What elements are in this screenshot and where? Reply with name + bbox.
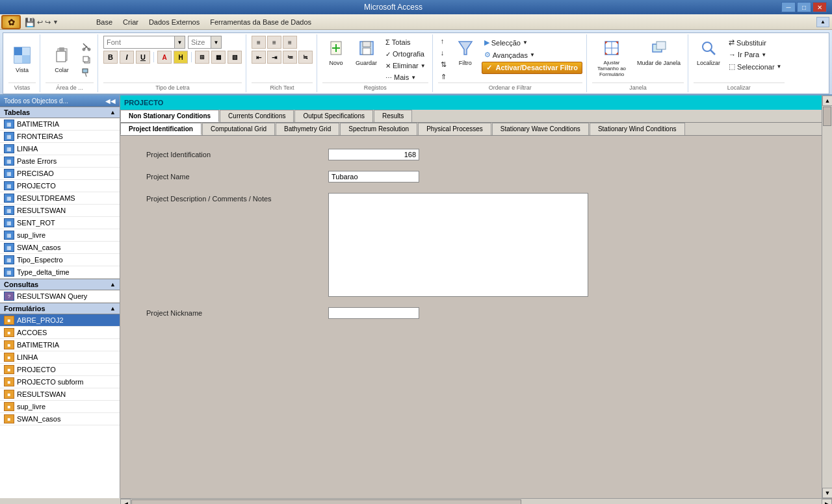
project-id-input[interactable] (328, 149, 419, 160)
seleccao-button[interactable]: ▶ Selecção ▼ (482, 37, 582, 48)
nav-item-form-projecto[interactable]: ■ PROJECTO (0, 364, 120, 376)
font-family-arrow[interactable]: ▼ (175, 36, 185, 49)
highlight-button[interactable]: H (174, 51, 188, 64)
tab-comp-grid[interactable]: Computational Grid (202, 123, 275, 135)
nav-item-accoes[interactable]: ■ ACCOES (0, 327, 120, 339)
minimize-btn[interactable]: ─ (781, 2, 796, 12)
move-up-button[interactable]: ⇑ (438, 71, 449, 82)
close-btn[interactable]: ✕ (812, 2, 827, 12)
eliminar-button[interactable]: ✕ Eliminar ▼ (383, 60, 428, 71)
novo-button[interactable]: Novo (322, 36, 350, 68)
scroll-left-btn[interactable]: ◀ (120, 499, 131, 504)
nav-item-tipo-espectro[interactable]: ▦ Tipo_Espectro (0, 254, 120, 266)
list-btn[interactable]: ≔ (283, 51, 297, 64)
nav-item-paste-errors[interactable]: ▦ Paste Errors (0, 155, 120, 168)
tab-project-id[interactable]: Project Identification (120, 123, 202, 135)
ortografia-button[interactable]: ✓ Ortografia (383, 49, 428, 59)
nav-scroll-area[interactable]: Tabelas ▲ ▦ BATIMETRIA ▦ FRONTEIRAS ▦ LI… (0, 107, 120, 425)
activar-button[interactable]: ✓ Activar/Desactivar Filtro (482, 62, 582, 74)
scroll-up-btn[interactable]: ▲ (822, 95, 832, 106)
h-scroll-thumb[interactable] (131, 499, 521, 504)
nav-item-abre-proj2[interactable]: ■ ABRE_PROJ2 (0, 314, 120, 327)
cut-button[interactable] (79, 41, 94, 53)
menu-ferramentas[interactable]: Ferramentas da Base de Dados (205, 17, 317, 27)
sort-desc-button[interactable]: ↓ (438, 47, 449, 58)
save-quick-icon[interactable]: 💾 (25, 18, 35, 27)
nav-item-resultswan-query[interactable]: ? RESULTSWAN Query (0, 290, 120, 303)
shade-button[interactable]: ▧ (228, 51, 242, 64)
format-painter-button[interactable] (79, 67, 94, 79)
nav-item-batimetria[interactable]: ▦ BATIMETRIA (0, 118, 120, 131)
vista-button[interactable]: Vista (8, 43, 36, 75)
italic-button[interactable]: I (120, 51, 134, 64)
localizar-button[interactable]: Localizar (694, 36, 723, 68)
project-nickname-input[interactable] (328, 307, 419, 319)
menu-criar[interactable]: Criar (118, 17, 144, 27)
align-left-btn[interactable]: ≡ (252, 36, 266, 49)
ribbon-collapse-btn[interactable]: ▲ (816, 17, 829, 27)
font-size-input[interactable] (188, 36, 211, 49)
tab-non-stationary[interactable]: Non Stationary Conditions (120, 110, 219, 122)
nav-item-type-delta[interactable]: ▦ Type_delta_time (0, 266, 120, 279)
font-size-arrow[interactable]: ▼ (211, 36, 222, 49)
nav-item-sup-livre[interactable]: ▦ sup_livre (0, 229, 120, 242)
vertical-scrollbar[interactable]: ▲ ▼ (822, 95, 832, 498)
nav-item-sent-rot[interactable]: ▦ SENT_ROT (0, 217, 120, 229)
maximize-btn[interactable]: □ (797, 2, 811, 12)
tab-bathy-grid[interactable]: Bathymetry Grid (276, 123, 339, 135)
bold-button[interactable]: B (103, 51, 118, 64)
font-family-input[interactable] (103, 36, 175, 49)
nav-item-precisao[interactable]: ▦ PRECISAO (0, 168, 120, 180)
sort-clear-button[interactable]: ⇅ (438, 59, 449, 70)
font-size-combo[interactable]: ▼ (188, 36, 222, 49)
border-button[interactable]: ▦ (211, 51, 226, 64)
seleccionar-button[interactable]: ⬚ Seleccionar ▼ (726, 61, 784, 72)
grid-button[interactable]: ⊞ (195, 51, 209, 64)
nav-item-projecto-subform[interactable]: ■ PROJECTO subform (0, 376, 120, 388)
outdent-btn[interactable]: ⇤ (252, 51, 266, 64)
copy-button[interactable] (79, 54, 94, 66)
avancadas-button[interactable]: ⚙ Avançadas ▼ (482, 49, 582, 60)
tab-stat-wave[interactable]: Stationary Wave Conditions (492, 123, 589, 135)
indent-btn[interactable]: ⇥ (267, 51, 281, 64)
nav-item-linha[interactable]: ▦ LINHA (0, 143, 120, 155)
tab-physical[interactable]: Physical Processes (418, 123, 491, 135)
tab-currents[interactable]: Currents Conditions (220, 110, 294, 122)
tab-spectrum[interactable]: Spectrum Resolution (340, 123, 417, 135)
undo-icon[interactable]: ↩ (37, 18, 43, 27)
scroll-right-btn[interactable]: ▶ (822, 499, 832, 504)
scroll-thumb[interactable] (823, 107, 831, 126)
scroll-down-btn[interactable]: ▼ (822, 488, 832, 498)
consultas-section[interactable]: Consultas ▲ (0, 279, 120, 290)
filtro-button[interactable]: Filtro (452, 36, 479, 68)
nav-collapse-icon[interactable]: ◀◀ (105, 97, 116, 105)
horizontal-scrollbar[interactable]: ◀ ▶ (120, 498, 832, 504)
nav-item-resultdreams[interactable]: ▦ RESULTDREAMS (0, 192, 120, 205)
nav-item-form-sup-livre[interactable]: ■ sup_livre (0, 401, 120, 413)
substituir-button[interactable]: ⇄ Substituir (726, 37, 784, 48)
sort-asc-button[interactable]: ↑ (438, 36, 449, 46)
menu-base[interactable]: Base (91, 17, 118, 27)
align-right-btn[interactable]: ≡ (283, 36, 297, 49)
tab-output[interactable]: Output Specifications (294, 110, 373, 122)
nav-item-form-resultswan[interactable]: ■ RESULTSWAN (0, 388, 120, 401)
font-color-button[interactable]: A (157, 51, 172, 64)
nav-item-fronteiras[interactable]: ▦ FRONTEIRAS (0, 131, 120, 143)
align-center-btn[interactable]: ≡ (267, 36, 281, 49)
project-name-input[interactable] (328, 171, 419, 183)
mais-button[interactable]: ⋯ Mais ▼ (383, 72, 428, 82)
nav-item-form-swan-casos[interactable]: ■ SWAN_casos (0, 413, 120, 425)
ajustar-button[interactable]: Ajustar Tamanho ao Formulário (592, 36, 631, 79)
tables-section[interactable]: Tabelas ▲ (0, 107, 120, 118)
quick-access-dropdown[interactable]: ▼ (53, 19, 58, 25)
totais-button[interactable]: Σ Totais (383, 37, 428, 47)
tab-results[interactable]: Results (374, 110, 412, 122)
nav-item-swan-casos[interactable]: ▦ SWAN_casos (0, 242, 120, 254)
nav-item-resultswan[interactable]: ▦ RESULTSWAN (0, 205, 120, 217)
nav-item-projecto[interactable]: ▦ PROJECTO (0, 180, 120, 192)
formularios-section[interactable]: Formulários ▲ (0, 303, 120, 314)
mudar-button[interactable]: Mudar de Janela (634, 36, 684, 68)
office-button[interactable]: ✿ (1, 15, 21, 29)
nav-item-form-batimetria[interactable]: ■ BATIMETRIA (0, 339, 120, 351)
tab-stat-wind[interactable]: Stationary Wind Conditions (590, 123, 685, 135)
